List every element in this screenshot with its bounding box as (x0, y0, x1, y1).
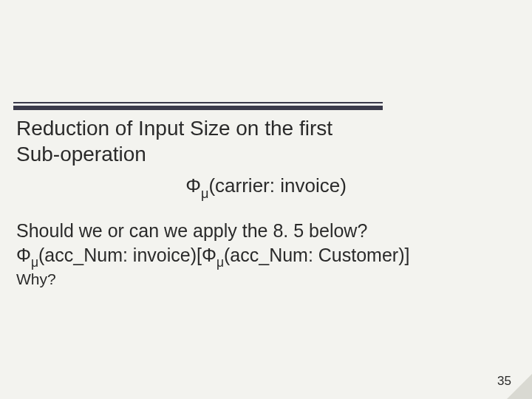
mu-subscript-3: μ (216, 255, 224, 270)
expr-part-2: (acc_Num: Customer)] (224, 245, 409, 265)
title-line-2: Sub-operation (16, 143, 146, 166)
page-number: 35 (497, 374, 511, 389)
why-text: Why? (16, 270, 56, 288)
question-text: Should we or can we apply the 8. 5 below… (16, 220, 367, 241)
formula-center: Φμ(carrier: invoice) (0, 174, 532, 200)
title-line-1: Reduction of Input Size on the first (16, 117, 332, 140)
slide: Reduction of Input Size on the first Sub… (0, 0, 532, 399)
phi-symbol-3: Φ (202, 245, 216, 265)
body-text: Should we or can we apply the 8. 5 below… (16, 219, 409, 270)
expr-part-1: (acc_Num: invoice)[ (38, 245, 202, 265)
formula-args: (carrier: invoice) (208, 174, 346, 197)
slide-title: Reduction of Input Size on the first Sub… (16, 115, 332, 167)
phi-symbol: Φ (185, 174, 201, 197)
phi-symbol-2: Φ (16, 245, 31, 265)
divider-thin (13, 102, 383, 103)
mu-subscript: μ (201, 186, 208, 201)
mu-subscript-2: μ (31, 255, 38, 270)
divider-thick (13, 106, 383, 110)
